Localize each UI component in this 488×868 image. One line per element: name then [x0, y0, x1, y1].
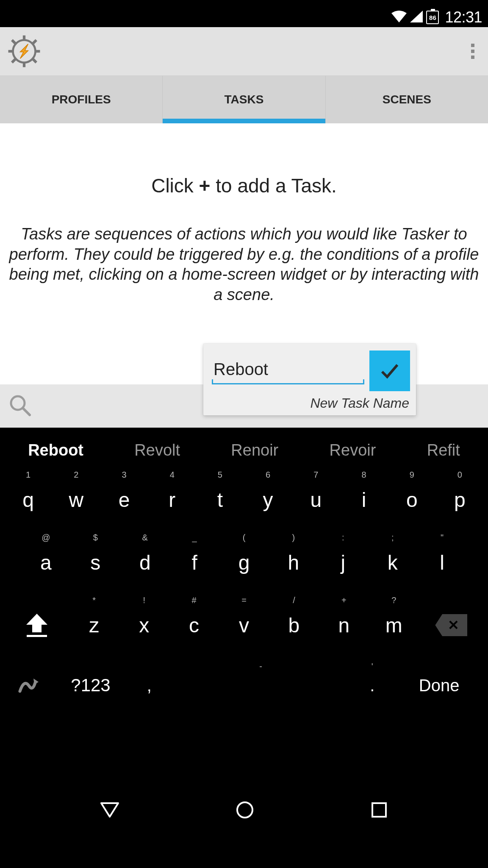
cell-signal-icon: [410, 11, 423, 24]
key-hint: /: [293, 595, 295, 605]
wifi-icon: [391, 11, 407, 24]
key-label: p: [454, 488, 466, 512]
key-label: f: [191, 551, 197, 574]
backspace-key[interactable]: ✕: [419, 594, 484, 657]
key-w[interactable]: 2w: [52, 468, 100, 531]
confirm-button[interactable]: [369, 351, 410, 391]
key-g[interactable]: (g: [219, 531, 269, 594]
task-name-input[interactable]: [212, 357, 364, 381]
key-t[interactable]: 5t: [196, 468, 244, 531]
suggestion-bar: Reboot Revolt Renoir Revoir Refit: [0, 432, 488, 468]
key-o[interactable]: 9o: [388, 468, 436, 531]
key-label: h: [288, 551, 299, 574]
key-hint: 7: [313, 470, 318, 480]
key-label: k: [388, 551, 398, 574]
key-v[interactable]: =v: [219, 594, 269, 657]
key-a[interactable]: @a: [21, 531, 71, 594]
key-label: o: [406, 488, 418, 512]
nav-back-icon: [100, 801, 119, 818]
check-icon: [378, 359, 402, 383]
done-key[interactable]: Done: [394, 657, 484, 714]
key-label: m: [385, 614, 402, 637]
key-b[interactable]: /b: [269, 594, 319, 657]
key-hint: ;: [391, 533, 394, 542]
svg-rect-1: [23, 36, 25, 40]
key-l[interactable]: "l: [417, 531, 467, 594]
key-c[interactable]: #c: [169, 594, 219, 657]
key-i[interactable]: 8i: [340, 468, 388, 531]
new-task-name-popup: New Task Name: [203, 344, 416, 415]
period-hint: ': [372, 662, 373, 671]
space-key[interactable]: -: [172, 657, 350, 714]
soft-keyboard: Reboot Revolt Renoir Revoir Refit 1q2w3e…: [0, 428, 488, 789]
period-key[interactable]: ' .: [350, 657, 394, 714]
key-hint: @: [42, 533, 50, 542]
nav-home-button[interactable]: [236, 801, 254, 821]
nav-recent-button[interactable]: [371, 801, 388, 820]
navigation-bar: [0, 789, 488, 832]
key-hint: _: [192, 533, 197, 542]
key-j[interactable]: :j: [318, 531, 368, 594]
key-hint: 3: [122, 470, 126, 480]
search-icon[interactable]: [8, 393, 32, 419]
svg-point-11: [237, 802, 252, 818]
tab-profiles[interactable]: PROFILES: [0, 76, 163, 123]
suggestion-0[interactable]: Reboot: [25, 439, 87, 462]
shift-key[interactable]: [4, 594, 69, 657]
key-label: n: [338, 614, 350, 637]
key-hint: 4: [170, 470, 175, 480]
key-y[interactable]: 6y: [244, 468, 292, 531]
key-p[interactable]: 0p: [436, 468, 484, 531]
key-e[interactable]: 3e: [100, 468, 148, 531]
key-label: r: [169, 488, 175, 512]
tab-tasks[interactable]: TASKS: [163, 76, 325, 123]
key-hint: (: [243, 533, 246, 542]
key-q[interactable]: 1q: [4, 468, 52, 531]
space-hint: -: [259, 662, 262, 671]
key-hint: *: [92, 595, 96, 605]
comma-key[interactable]: ,: [127, 657, 172, 714]
key-label: l: [440, 551, 444, 574]
suggestion-4[interactable]: Refit: [424, 439, 463, 462]
key-label: j: [341, 551, 345, 574]
key-hint: 6: [266, 470, 270, 480]
swype-key[interactable]: [4, 657, 54, 714]
key-m[interactable]: ?m: [369, 594, 419, 657]
key-hint: $: [93, 533, 98, 542]
key-f[interactable]: _f: [170, 531, 219, 594]
app-bar: [0, 27, 488, 76]
key-hint: ": [441, 533, 444, 542]
key-label: q: [22, 488, 34, 512]
suggestion-3[interactable]: Revoir: [326, 439, 380, 462]
tab-scenes[interactable]: SCENES: [326, 76, 488, 123]
key-r[interactable]: 4r: [148, 468, 196, 531]
suggestion-1[interactable]: Revolt: [131, 439, 183, 462]
key-k[interactable]: ;k: [368, 531, 417, 594]
key-z[interactable]: *z: [69, 594, 119, 657]
numeric-toggle-key[interactable]: ?123: [54, 657, 127, 714]
headline-plus: +: [199, 175, 211, 197]
key-d[interactable]: &d: [120, 531, 170, 594]
svg-line-10: [23, 408, 30, 415]
done-label: Done: [419, 676, 460, 695]
key-x[interactable]: !x: [119, 594, 169, 657]
overflow-menu-button[interactable]: [467, 39, 479, 63]
key-hint: 0: [458, 470, 462, 480]
key-u[interactable]: 7u: [292, 468, 340, 531]
numeric-toggle-label: ?123: [71, 675, 110, 696]
nav-back-button[interactable]: [100, 801, 119, 820]
comma-label: ,: [147, 676, 152, 695]
key-label: e: [119, 488, 130, 512]
suggestion-2[interactable]: Renoir: [227, 439, 282, 462]
status-bar: 86 12:31: [0, 8, 488, 27]
tab-bar: PROFILES TASKS SCENES: [0, 76, 488, 123]
key-label: d: [139, 551, 151, 574]
swype-icon: [18, 674, 40, 696]
key-label: x: [139, 614, 149, 637]
key-h[interactable]: )h: [269, 531, 318, 594]
key-hint: 9: [410, 470, 414, 480]
key-n[interactable]: +n: [319, 594, 369, 657]
bottom-toolbar: New Task Name: [0, 384, 488, 428]
key-s[interactable]: $s: [71, 531, 120, 594]
period-label: .: [370, 676, 374, 695]
